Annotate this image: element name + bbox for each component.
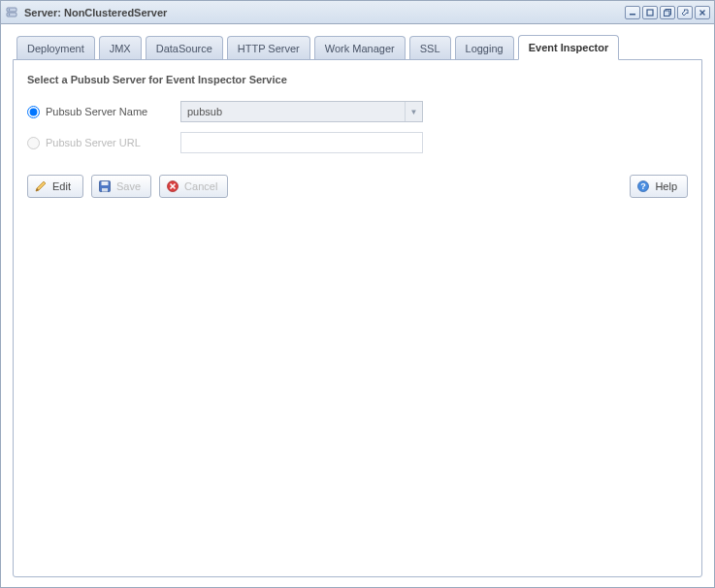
restore-button[interactable]: [642, 6, 658, 19]
radio-pubsub-name[interactable]: [27, 106, 40, 118]
window-title: Server: NonClusteredServer: [24, 7, 625, 18]
tab-datasource[interactable]: DataSource: [146, 36, 223, 60]
event-inspector-panel: Select a Pubsub Server for Event Inspect…: [13, 59, 702, 577]
button-bar: Edit Save Cancel: [27, 175, 688, 198]
save-button[interactable]: Save: [91, 175, 151, 198]
cancel-icon: [166, 180, 179, 193]
content-area: Deployment JMX DataSource HTTP Server Wo…: [1, 24, 714, 587]
title-server-name: NonClusteredServer: [64, 7, 167, 18]
radio-pubsub-name-wrap: Pubsub Server Name: [27, 106, 173, 118]
svg-rect-0: [7, 8, 16, 12]
tab-logging[interactable]: Logging: [455, 36, 514, 60]
server-window: Server: NonClusteredServer Deployment J: [0, 0, 715, 588]
close-button[interactable]: [695, 6, 710, 19]
edit-button[interactable]: Edit: [27, 175, 83, 198]
tab-work-manager[interactable]: Work Manager: [314, 36, 406, 60]
help-button-label: Help: [655, 180, 677, 192]
row-pubsub-name: Pubsub Server Name ▼: [27, 101, 688, 122]
help-wrap: ? Help: [436, 175, 688, 198]
server-icon: [5, 5, 20, 20]
server-url-input[interactable]: [180, 132, 423, 153]
svg-text:?: ?: [641, 181, 647, 191]
svg-rect-4: [630, 14, 635, 16]
svg-point-3: [9, 14, 11, 16]
svg-rect-5: [647, 10, 653, 16]
svg-rect-1: [7, 13, 16, 16]
radio-pubsub-url-wrap: Pubsub Server URL: [27, 137, 173, 149]
row-pubsub-url: Pubsub Server URL: [27, 132, 688, 153]
svg-rect-10: [102, 188, 108, 192]
title-prefix: Server:: [24, 7, 61, 18]
tab-jmx[interactable]: JMX: [99, 36, 142, 60]
window-controls: [625, 6, 710, 19]
help-icon: ?: [636, 180, 650, 193]
server-name-input[interactable]: [181, 106, 405, 117]
pencil-icon: [34, 180, 48, 193]
pin-button[interactable]: [677, 6, 693, 19]
radio-pubsub-url[interactable]: [27, 137, 40, 149]
titlebar: Server: NonClusteredServer: [1, 1, 714, 24]
tab-bar: Deployment JMX DataSource HTTP Server Wo…: [13, 34, 702, 59]
server-name-combo[interactable]: ▼: [180, 101, 423, 122]
panel-heading: Select a Pubsub Server for Event Inspect…: [27, 74, 688, 85]
disk-icon: [98, 180, 112, 193]
svg-point-2: [9, 9, 11, 11]
radio-pubsub-url-label: Pubsub Server URL: [46, 137, 141, 148]
save-button-label: Save: [116, 180, 141, 192]
svg-rect-9: [102, 181, 109, 185]
tab-event-inspector[interactable]: Event Inspector: [518, 35, 620, 60]
radio-pubsub-name-label: Pubsub Server Name: [46, 106, 147, 117]
svg-rect-7: [665, 11, 670, 16]
edit-button-label: Edit: [52, 180, 71, 192]
tab-ssl[interactable]: SSL: [409, 36, 451, 60]
minimize-button[interactable]: [625, 6, 640, 19]
tab-http-server[interactable]: HTTP Server: [227, 36, 310, 60]
cancel-button[interactable]: Cancel: [159, 175, 228, 198]
tab-deployment[interactable]: Deployment: [16, 36, 95, 60]
chevron-down-icon[interactable]: ▼: [405, 102, 422, 121]
maximize-button[interactable]: [660, 6, 675, 19]
cancel-button-label: Cancel: [184, 180, 217, 192]
help-button[interactable]: ? Help: [630, 175, 688, 198]
